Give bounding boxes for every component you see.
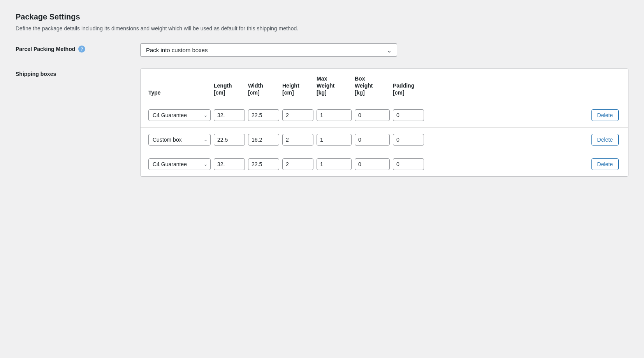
col-padding-header: Padding [cm] bbox=[393, 82, 424, 96]
padding-input-2[interactable] bbox=[393, 134, 424, 146]
type-select-wrapper-2: C4 Guarantee Custom box ⌄ bbox=[148, 134, 211, 146]
height-input-2[interactable] bbox=[282, 134, 313, 146]
type-select-1[interactable]: C4 Guarantee Custom box bbox=[148, 109, 211, 121]
packing-method-select[interactable]: Pack into custom boxes Pack items indivi… bbox=[140, 43, 397, 57]
width-input-3[interactable] bbox=[248, 158, 279, 170]
shipping-boxes-label: Shipping boxes bbox=[16, 68, 140, 77]
delete-button-1[interactable]: Delete bbox=[591, 109, 619, 121]
delete-button-3[interactable]: Delete bbox=[591, 158, 619, 170]
box-weight-input-3[interactable] bbox=[355, 158, 390, 170]
page-title: Package Settings bbox=[16, 12, 628, 21]
col-length-header: Length [cm] bbox=[214, 82, 245, 96]
box-weight-input-2[interactable] bbox=[355, 134, 390, 146]
type-select-wrapper-3: C4 Guarantee Custom box ⌄ bbox=[148, 158, 211, 170]
length-input-2[interactable] bbox=[214, 134, 245, 146]
delete-cell-2: Delete bbox=[427, 134, 620, 146]
type-select-3[interactable]: C4 Guarantee Custom box bbox=[148, 158, 211, 170]
table-row: C4 Guarantee Custom box ⌄ Delete bbox=[141, 152, 628, 176]
table-header: Type Length [cm] Width [cm] Height [cm] … bbox=[141, 69, 628, 103]
padding-input-3[interactable] bbox=[393, 158, 424, 170]
length-input-1[interactable] bbox=[214, 109, 245, 121]
max-weight-input-2[interactable] bbox=[317, 134, 352, 146]
table-row: C4 Guarantee Custom box ⌄ Delete bbox=[141, 103, 628, 128]
parcel-packing-row: Parcel Packing Method ? Pack into custom… bbox=[16, 43, 628, 57]
delete-button-2[interactable]: Delete bbox=[591, 134, 619, 146]
help-icon[interactable]: ? bbox=[78, 46, 85, 53]
page-description: Define the package details including its… bbox=[16, 25, 628, 32]
padding-input-1[interactable] bbox=[393, 109, 424, 121]
packing-method-select-wrapper: Pack into custom boxes Pack items indivi… bbox=[140, 43, 397, 57]
parcel-packing-label: Parcel Packing Method ? bbox=[16, 43, 140, 53]
type-select-wrapper-1: C4 Guarantee Custom box ⌄ bbox=[148, 109, 211, 121]
col-max-weight-header: Max Weight [kg] bbox=[317, 75, 352, 97]
col-width-header: Width [cm] bbox=[248, 82, 279, 96]
col-type-header: Type bbox=[148, 89, 211, 96]
box-weight-input-1[interactable] bbox=[355, 109, 390, 121]
shipping-boxes-row: Shipping boxes Type Length [cm] Width [c… bbox=[16, 68, 628, 177]
parcel-packing-control: Pack into custom boxes Pack items indivi… bbox=[140, 43, 628, 57]
shipping-boxes-control: Type Length [cm] Width [cm] Height [cm] … bbox=[140, 68, 628, 177]
delete-cell-1: Delete bbox=[427, 109, 620, 121]
max-weight-input-3[interactable] bbox=[317, 158, 352, 170]
width-input-2[interactable] bbox=[248, 134, 279, 146]
col-box-weight-header: Box Weight [kg] bbox=[355, 75, 390, 97]
max-weight-input-1[interactable] bbox=[317, 109, 352, 121]
height-input-1[interactable] bbox=[282, 109, 313, 121]
type-select-2[interactable]: C4 Guarantee Custom box bbox=[148, 134, 211, 146]
length-input-3[interactable] bbox=[214, 158, 245, 170]
col-height-header: Height [cm] bbox=[282, 82, 313, 96]
height-input-3[interactable] bbox=[282, 158, 313, 170]
shipping-boxes-table: Type Length [cm] Width [cm] Height [cm] … bbox=[140, 68, 628, 177]
delete-cell-3: Delete bbox=[427, 158, 620, 170]
width-input-1[interactable] bbox=[248, 109, 279, 121]
table-row: C4 Guarantee Custom box ⌄ Delete bbox=[141, 128, 628, 152]
